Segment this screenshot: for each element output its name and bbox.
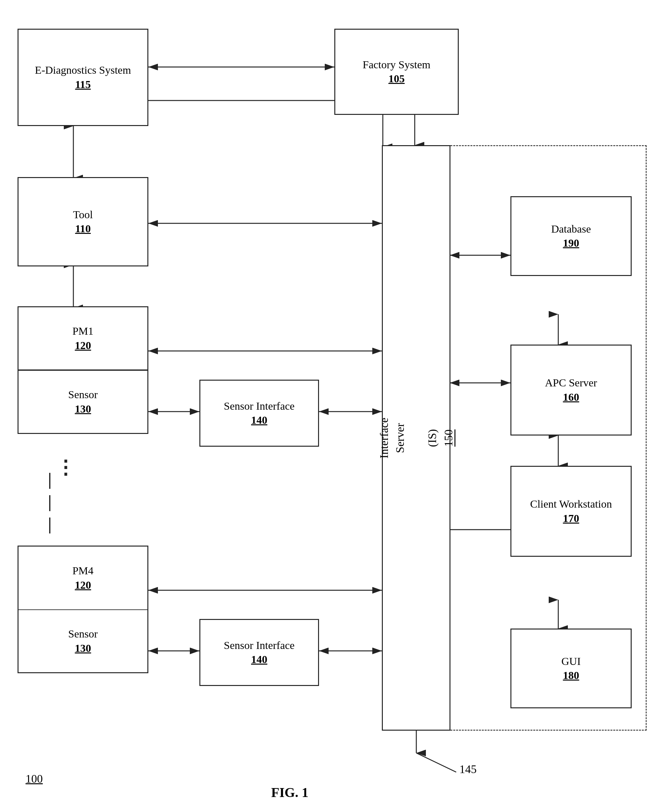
dots: ⋮ bbox=[56, 456, 77, 479]
sensor-interface4-box: Sensor Interface 140 bbox=[200, 619, 319, 686]
sensor1-box: Sensor 130 bbox=[18, 370, 148, 434]
gui-label: GUI bbox=[562, 654, 581, 668]
diagram-number: 100 bbox=[26, 772, 43, 785]
apc-server-label: APC Server bbox=[545, 376, 597, 390]
ediagnostics-label: E-Diagnostics System bbox=[35, 63, 131, 77]
sensor4-box: Sensor 130 bbox=[18, 609, 148, 673]
dot2: | bbox=[48, 491, 52, 511]
sensor4-number: 130 bbox=[75, 641, 91, 655]
ediagnostics-box: E-Diagnostics System 115 bbox=[18, 29, 148, 126]
apc-server-box: APC Server 160 bbox=[511, 345, 632, 435]
pm1-number: 120 bbox=[75, 339, 91, 353]
pm1-box: PM1 120 bbox=[18, 306, 148, 370]
pm1-label: PM1 bbox=[72, 324, 93, 338]
database-box: Database 190 bbox=[511, 196, 632, 276]
sensor1-label: Sensor bbox=[68, 388, 98, 402]
sensor-interface1-number: 140 bbox=[251, 413, 267, 427]
interface-server-box: InterfaceServer(IS)150 bbox=[382, 145, 450, 730]
gui-box: GUI 180 bbox=[511, 628, 632, 708]
ediagnostics-number: 115 bbox=[75, 78, 91, 91]
sensor-interface1-label: Sensor Interface bbox=[224, 399, 295, 413]
client-workstation-number: 170 bbox=[563, 511, 580, 526]
gui-number: 180 bbox=[563, 668, 580, 683]
fig-label: FIG. 1 bbox=[271, 785, 308, 800]
svg-line-26 bbox=[416, 753, 456, 772]
sensor-interface4-number: 140 bbox=[251, 652, 267, 667]
client-workstation-box: Client Workstation 170 bbox=[511, 466, 632, 557]
sensor1-number: 130 bbox=[75, 402, 91, 416]
factory-box: Factory System 105 bbox=[334, 29, 459, 115]
sensor4-label: Sensor bbox=[68, 627, 98, 641]
pm4-number: 120 bbox=[75, 578, 91, 592]
tool-number: 110 bbox=[75, 222, 91, 236]
sensor-interface4-label: Sensor Interface bbox=[224, 638, 295, 652]
client-workstation-label: Client Workstation bbox=[530, 497, 612, 511]
dot1: | bbox=[48, 469, 52, 489]
sensor-interface1-box: Sensor Interface 140 bbox=[200, 380, 319, 447]
pm4-box: PM4 120 bbox=[18, 546, 148, 609]
database-label: Database bbox=[551, 222, 591, 236]
database-number: 190 bbox=[563, 236, 580, 250]
tool-box: Tool 110 bbox=[18, 177, 148, 266]
factory-label: Factory System bbox=[363, 58, 430, 72]
pm4-label: PM4 bbox=[72, 564, 93, 578]
apc-server-number: 160 bbox=[563, 390, 580, 404]
factory-number: 105 bbox=[388, 72, 405, 86]
tool-label: Tool bbox=[73, 208, 93, 222]
diagram: E-Diagnostics System 115 Factory System … bbox=[0, 0, 661, 812]
arrow-145-label: 145 bbox=[459, 762, 477, 776]
dot3: | bbox=[48, 514, 52, 534]
